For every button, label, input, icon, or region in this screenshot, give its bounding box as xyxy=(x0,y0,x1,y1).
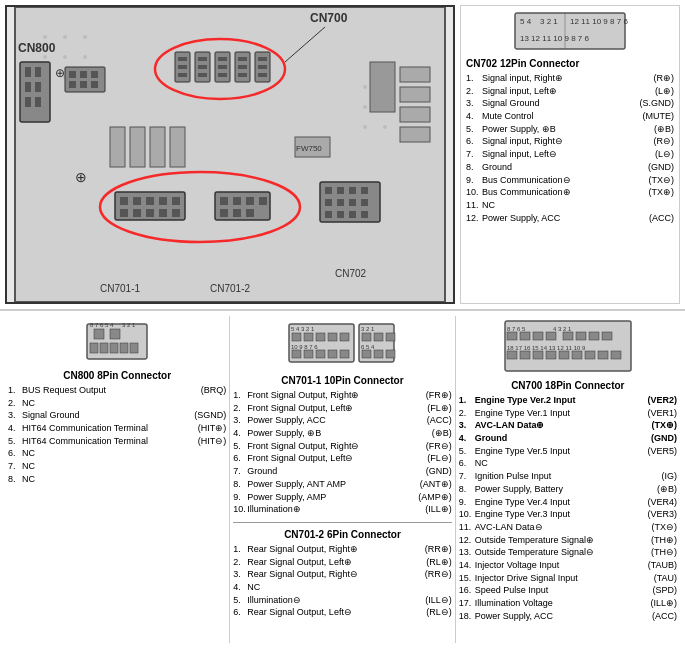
svg-rect-51 xyxy=(133,197,141,205)
cn800-title: CN800 8Pin Connector xyxy=(8,370,226,381)
pin-item: 3.Signal Ground(S.GND) xyxy=(466,98,674,110)
cn702-pin-list: 1.Signal input, Right⊕(R⊕) 2.Signal inpu… xyxy=(466,73,674,224)
cn800-pin-list: 1.BUS Request Output(BRQ) 2.NC 3.Signal … xyxy=(8,385,226,486)
svg-rect-72 xyxy=(349,187,356,194)
pin-item: 8.Power Supply, ANT AMP(ANT⊕) xyxy=(233,479,451,491)
svg-rect-73 xyxy=(361,187,368,194)
svg-rect-36 xyxy=(218,73,227,77)
svg-rect-63 xyxy=(233,197,241,205)
svg-rect-159 xyxy=(598,351,608,359)
pin-item: 4.Power Supply, ⊕B(⊕B) xyxy=(233,428,451,440)
svg-rect-65 xyxy=(259,197,267,205)
pin-item: 1.Signal input, Right⊕(R⊕) xyxy=(466,73,674,85)
svg-rect-41 xyxy=(258,65,267,69)
svg-rect-126 xyxy=(292,350,301,358)
svg-rect-137 xyxy=(362,350,371,358)
pin-item: 6.NC xyxy=(8,448,226,460)
svg-text:10 9 8 7 6: 10 9 8 7 6 xyxy=(291,344,318,350)
svg-point-3 xyxy=(83,35,87,39)
svg-rect-33 xyxy=(198,73,207,77)
pin-item: 1.Front Signal Output, Right⊕(FR⊕) xyxy=(233,390,451,402)
pin-item: 5.Engine Type Ver.5 Input(VER5) xyxy=(459,446,677,458)
svg-rect-114 xyxy=(120,343,128,353)
svg-rect-115 xyxy=(130,343,138,353)
svg-text:8 7 6 5: 8 7 6 5 xyxy=(507,326,526,332)
pin-item: 1.BUS Request Output(BRQ) xyxy=(8,385,226,397)
svg-rect-0 xyxy=(15,7,445,302)
main-container: ⊕ xyxy=(0,0,685,648)
cn702-connector-diagram: 5 4 3 2 1 12 11 10 9 8 7 6 13 12 11 10 9… xyxy=(466,11,674,53)
pin-item: 7.Ground(GND) xyxy=(233,466,451,478)
pin-item: 10.Engine Type Ver.3 Input(VER3) xyxy=(459,509,677,521)
cn701-2-pin-list: 1.Rear Signal Output, Right⊕(RR⊕) 2.Rear… xyxy=(233,544,451,619)
svg-rect-160 xyxy=(611,351,621,359)
svg-rect-92 xyxy=(370,62,395,112)
svg-rect-138 xyxy=(374,350,383,358)
pin-item: 5.Front Signal Output, Right⊖(FR⊖) xyxy=(233,441,451,453)
svg-rect-38 xyxy=(238,65,247,69)
pin-item: 7.Ignition Pulse Input(IG) xyxy=(459,471,677,483)
pin-item: 3.Power Supply, ACC(ACC) xyxy=(233,415,451,427)
svg-rect-18 xyxy=(25,97,31,107)
cn700-pin-list: 1.Engine Type Ver.2 Input(VER2) 2.Engine… xyxy=(459,395,677,622)
pin-item: 7.Signal input, Left⊖(L⊖) xyxy=(466,149,674,161)
svg-rect-86 xyxy=(69,81,76,88)
svg-rect-31 xyxy=(198,57,207,61)
svg-rect-19 xyxy=(35,67,41,77)
pin-item: 6.Signal input, Right⊖(R⊖) xyxy=(466,136,674,148)
svg-rect-144 xyxy=(520,332,530,340)
svg-rect-148 xyxy=(576,332,586,340)
svg-rect-149 xyxy=(589,332,599,340)
pin-item: 5.HIT64 Communication Terminal(HIT⊖) xyxy=(8,436,226,448)
cn700-col: 8 7 6 5 4 3 2 1 18 17 16 15 14 13 12 11 … xyxy=(456,316,680,643)
svg-rect-82 xyxy=(65,67,105,92)
svg-text:⊕: ⊕ xyxy=(75,169,87,185)
svg-rect-39 xyxy=(238,73,247,77)
pin-item: 6.Rear Signal Output, Left⊖(RL⊖) xyxy=(233,607,451,619)
pin-item: 2.Front Signal Output, Left⊕(FL⊕) xyxy=(233,403,451,415)
svg-rect-113 xyxy=(110,343,118,353)
svg-rect-152 xyxy=(507,351,517,359)
pin-item: 1.Rear Signal Output, Right⊕(RR⊕) xyxy=(233,544,451,556)
pin-item: 14.Injector Voltage Input(TAUB) xyxy=(459,560,677,572)
svg-point-5 xyxy=(63,55,67,59)
svg-rect-50 xyxy=(120,197,128,205)
svg-rect-64 xyxy=(246,197,254,205)
svg-rect-55 xyxy=(120,209,128,217)
svg-text:3 2 1: 3 2 1 xyxy=(540,17,558,26)
pin-item: 15.Injector Drive Signal Input(TAU) xyxy=(459,573,677,585)
svg-rect-37 xyxy=(238,57,247,61)
pin-item: 10.Illumination⊕(ILL⊕) xyxy=(233,504,451,516)
svg-rect-94 xyxy=(400,87,430,102)
cn701-1-title: CN701-1 10Pin Connector xyxy=(233,375,451,386)
svg-rect-99 xyxy=(150,127,165,167)
cn702-title: CN702 12Pin Connector xyxy=(466,58,674,69)
svg-rect-17 xyxy=(25,82,31,92)
pin-item: 11.AVC-LAN Data⊖(TX⊖) xyxy=(459,522,677,534)
svg-rect-93 xyxy=(400,67,430,82)
pin-item: 2.Rear Signal Output, Left⊕(RL⊕) xyxy=(233,557,451,569)
svg-rect-85 xyxy=(91,71,98,78)
pin-item: 6.NC xyxy=(459,458,677,470)
svg-rect-32 xyxy=(198,65,207,69)
svg-rect-133 xyxy=(362,333,371,341)
divider xyxy=(233,522,451,523)
svg-point-13 xyxy=(363,125,367,129)
svg-rect-87 xyxy=(80,81,87,88)
pin-item: 3.Rear Signal Output, Right⊖(RR⊖) xyxy=(233,569,451,581)
svg-rect-112 xyxy=(100,343,108,353)
svg-rect-80 xyxy=(349,211,356,218)
svg-rect-53 xyxy=(159,197,167,205)
cn701-col: 5 4 3 2 1 10 9 8 7 6 3 2 1 xyxy=(230,316,455,643)
svg-rect-95 xyxy=(400,107,430,122)
svg-point-9 xyxy=(363,85,367,89)
cn800-col: 8 7 6 5 4 3 2 1 CN800 8Pin Connector 1.B… xyxy=(5,316,230,643)
svg-rect-83 xyxy=(69,71,76,78)
svg-rect-96 xyxy=(400,127,430,142)
svg-rect-134 xyxy=(374,333,383,341)
svg-rect-110 xyxy=(110,329,120,339)
svg-rect-35 xyxy=(218,65,227,69)
svg-rect-98 xyxy=(130,127,145,167)
svg-rect-16 xyxy=(25,67,31,77)
svg-rect-124 xyxy=(340,333,349,341)
